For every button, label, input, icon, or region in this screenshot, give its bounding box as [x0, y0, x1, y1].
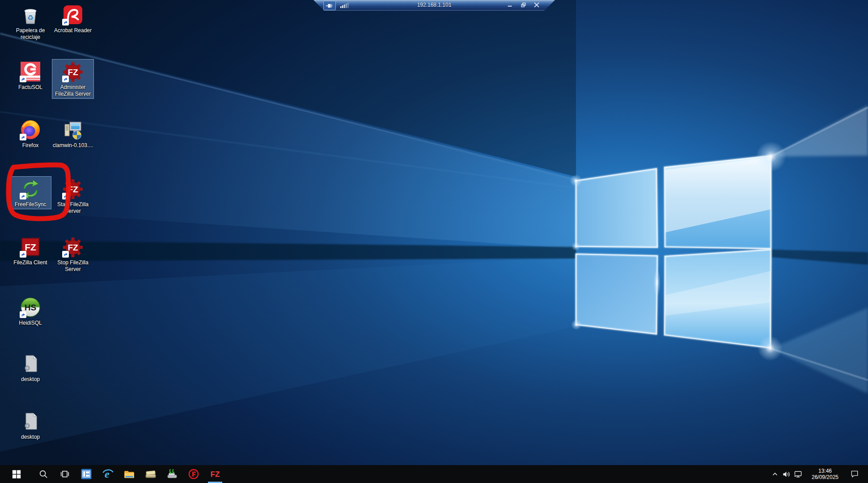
desktop-icon-label: FreeFileSync [10, 201, 51, 208]
filezilla-gear-icon [62, 61, 84, 82]
desktop-icon-desktop-file-2[interactable]: desktop [9, 409, 51, 442]
blue-panels-app-icon [81, 469, 92, 479]
desktop-icon-label: clamwin-0.103.... [52, 142, 93, 149]
shortcut-arrow-icon [62, 251, 69, 258]
taskbar-app-blue-panels[interactable] [76, 465, 97, 483]
volume-icon [782, 470, 791, 479]
close-button[interactable] [532, 1, 542, 9]
factusol-icon [20, 61, 41, 82]
filezilla-gear-icon [62, 236, 84, 258]
desktop-icon-recycle-bin[interactable]: ♻ Papelera de reciclaje [9, 2, 51, 42]
shortcut-arrow-icon [20, 311, 26, 318]
system-file-icon [20, 353, 41, 374]
shortcut-arrow-icon [62, 193, 69, 199]
taskbar-app-internet-explorer[interactable]: e [97, 465, 119, 483]
volume-button[interactable] [781, 465, 792, 483]
clamwin-installer-icon [62, 119, 84, 140]
desktop-icon-firefox[interactable]: Firefox [9, 117, 51, 150]
clock-date: 26/09/2025 [806, 474, 844, 480]
desktop-icon-label: Acrobat Reader [52, 27, 93, 34]
taskbar-app-book[interactable] [140, 465, 161, 483]
desktop-icon-label: FactuSOL [10, 84, 51, 91]
desktop-icon-administer-filezilla-server[interactable]: Administer FileZilla Server [52, 59, 94, 99]
clock-time: 13:46 [806, 468, 844, 474]
heidisql-icon: HS [20, 297, 41, 318]
internet-explorer-icon: e [102, 468, 114, 480]
desktop-icon-start-filezilla-server[interactable]: Start FileZilla Server [52, 176, 94, 216]
taskbar-app-device-sync[interactable] [161, 465, 183, 483]
minimize-button[interactable] [505, 1, 515, 9]
desktop-icon-label: Stop FileZilla Server [52, 259, 93, 273]
device-sync-icon [166, 468, 178, 480]
desktop-icon-acrobat-reader[interactable]: Acrobat Reader [52, 2, 94, 35]
action-center-icon [850, 470, 859, 479]
desktop-icon-clamwin-installer[interactable]: clamwin-0.103.... [52, 117, 94, 150]
filezilla-server-icon: FZ FZ [209, 468, 221, 480]
task-view-button[interactable] [54, 465, 76, 483]
system-tray: 13:46 26/09/2025 [769, 465, 868, 483]
shortcut-arrow-icon [20, 193, 26, 199]
acrobat-reader-icon [62, 4, 84, 25]
filezilla-gear-icon [62, 178, 84, 199]
search-button[interactable] [33, 465, 54, 483]
firefox-icon [20, 119, 41, 140]
desktop-icon-factusol[interactable]: FactuSOL [9, 59, 51, 92]
svg-text:FZ: FZ [211, 470, 220, 479]
desktop-icon-filezilla-client[interactable]: FZ FileZilla Client [9, 234, 51, 267]
taskbar: e [0, 465, 868, 483]
book-app-icon [145, 468, 157, 480]
action-center-button[interactable] [846, 465, 864, 483]
desktop-icon-freefilesync[interactable]: FreeFileSync [9, 176, 51, 209]
desktop-icon-label: Start FileZilla Server [52, 201, 93, 215]
red-circle-f-icon [188, 468, 199, 480]
restore-button[interactable] [518, 1, 528, 9]
shortcut-arrow-icon [20, 76, 26, 82]
network-icon [794, 470, 803, 479]
svg-text:FZ: FZ [25, 242, 36, 252]
task-view-icon [60, 469, 70, 479]
show-hidden-icons-button[interactable] [769, 465, 781, 483]
filezilla-stamp-icon: FZ [20, 236, 41, 258]
shortcut-arrow-icon [62, 19, 69, 25]
system-file-icon [20, 411, 41, 432]
desktop-icon-label: desktop [10, 434, 51, 441]
freefilesync-icon [20, 178, 41, 199]
shortcut-arrow-icon [20, 134, 26, 140]
taskbar-app-file-explorer[interactable] [119, 465, 140, 483]
shortcut-arrow-icon [62, 76, 69, 82]
desktop-icon-label: desktop [10, 376, 51, 383]
remote-desktop-screen: FZ [0, 0, 868, 483]
desktop-icon-stop-filezilla-server[interactable]: Stop FileZilla Server [52, 234, 94, 274]
clock[interactable]: 13:46 26/09/2025 [804, 468, 846, 480]
desktop-icon-label: HeidiSQL [10, 320, 51, 326]
desktop-icon-heidisql[interactable]: HS HeidiSQL [9, 295, 51, 328]
taskbar-app-filezilla-server[interactable]: FZ FZ [204, 465, 226, 483]
svg-text:♻: ♻ [27, 13, 34, 22]
remote-connection-bar[interactable]: 192.168.1.101 [313, 0, 555, 11]
windows-start-icon [12, 469, 21, 479]
desktop-icon-label: Administer FileZilla Server [52, 84, 93, 97]
network-button[interactable] [792, 465, 804, 483]
taskbar-app-red-circle[interactable] [183, 465, 204, 483]
desktop-icon-label: Firefox [10, 142, 51, 149]
start-button[interactable] [6, 465, 27, 483]
desktop-icon-label: Papelera de reciclaje [10, 27, 51, 41]
shortcut-arrow-icon [20, 251, 26, 258]
recycle-bin-icon: ♻ [20, 4, 41, 25]
desktop-icon-label: FileZilla Client [10, 259, 51, 266]
desktop-icon-desktop-file-1[interactable]: desktop [9, 351, 51, 384]
windows-hero-wallpaper [0, 0, 868, 483]
svg-text:HS: HS [25, 303, 36, 312]
search-icon [38, 469, 48, 479]
file-explorer-icon [123, 468, 135, 480]
chevron-up-icon [771, 470, 779, 478]
